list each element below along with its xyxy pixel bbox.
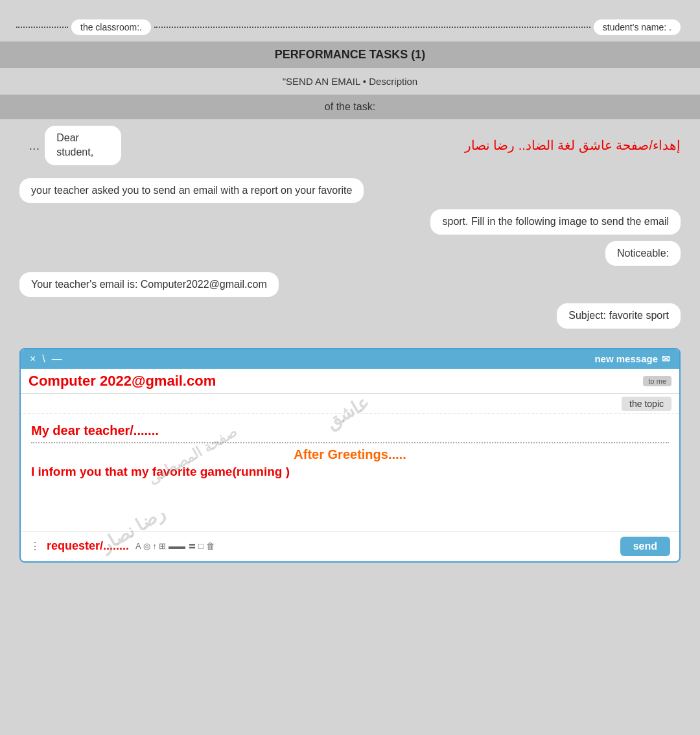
dear-student-bubble: Dear student, [45, 126, 121, 165]
to-me-badge: to me [643, 376, 671, 386]
email-subject-row: the topic [21, 394, 679, 414]
email-title: new message ✉ [594, 353, 670, 365]
send-button[interactable]: send [620, 537, 670, 556]
email-body-salutation: My dear teacher/....... [31, 423, 669, 438]
chat-line2-bubble: sport. Fill in the following image to se… [430, 209, 681, 234]
email-toolbar-icons: ⋮ requester/........ A ◎ ↑ ⊞ ▬▬ 〓 □ 🗑 [30, 539, 215, 553]
email-to-address: Computer 2022@gmail.com [29, 373, 216, 390]
noticeable-row: Noticeable: [19, 241, 681, 266]
classroom-label: the classroom:. [71, 19, 151, 35]
performance-tasks-header: PERFORMANCE TASKS (1) [0, 41, 700, 68]
dash-control[interactable]: — [52, 353, 62, 365]
email-body-greetings: After Greetings..... [31, 447, 669, 462]
email-header-bar: × \ — new message ✉ [21, 349, 679, 369]
dotted-right [154, 27, 590, 28]
chat-line1-bubble: your teacher asked you to send an email … [19, 178, 364, 203]
email-body-inform: I inform you that my favorite game(runni… [31, 465, 669, 479]
subject-bubble: Subject: favorite sport [557, 303, 681, 328]
minimize-control[interactable]: \ [42, 353, 45, 365]
student-name-label: student's name: . [594, 19, 681, 35]
email-body: My dear teacher/....... After Greetings.… [21, 414, 679, 531]
chat-line1-row: your teacher asked you to send an email … [19, 178, 681, 203]
email-requester: requester/........ [47, 539, 129, 553]
mail-icon: ✉ [662, 353, 670, 365]
subject-row: Subject: favorite sport [19, 303, 681, 328]
email-footer: ⋮ requester/........ A ◎ ↑ ⊞ ▬▬ 〓 □ 🗑 se… [21, 531, 679, 561]
close-control[interactable]: × [30, 353, 36, 365]
chat-area: your teacher asked you to send an email … [0, 172, 700, 335]
chat-line2-row: sport. Fill in the following image to se… [19, 209, 681, 234]
email-topic-badge: the topic [622, 397, 671, 411]
dear-student-section: ... Dear student, [19, 126, 121, 165]
of-task-bar: of the task: [0, 95, 700, 119]
email-to-row: Computer 2022@gmail.com to me [21, 369, 679, 394]
toolbar-icons: A ◎ ↑ ⊞ ▬▬ 〓 □ 🗑 [135, 541, 215, 552]
body-separator [31, 442, 669, 443]
send-email-subtitle: "SEND AN EMAIL • Description [0, 68, 700, 95]
email-window-controls[interactable]: × \ — [30, 353, 62, 365]
teacher-email-bubble: Your teacher's email is: Computer2022@gm… [19, 272, 279, 297]
teacher-email-row: Your teacher's email is: Computer2022@gm… [19, 272, 681, 297]
ellipsis-dots: ... [29, 138, 40, 153]
email-compose-box: × \ — new message ✉ Computer 2022@gmail.… [19, 348, 681, 563]
three-dots-icon: ⋮ [30, 540, 40, 552]
dotted-left [16, 27, 68, 28]
noticeable-bubble: Noticeable: [605, 241, 681, 266]
top-row: the classroom:. student's name: . [0, 13, 700, 41]
arabic-dear-row: ... Dear student, إهداء/صفحة عاشق لغة ال… [0, 119, 700, 172]
arabic-text: إهداء/صفحة عاشق لغة الضاد.. رضا نصار [465, 137, 681, 153]
